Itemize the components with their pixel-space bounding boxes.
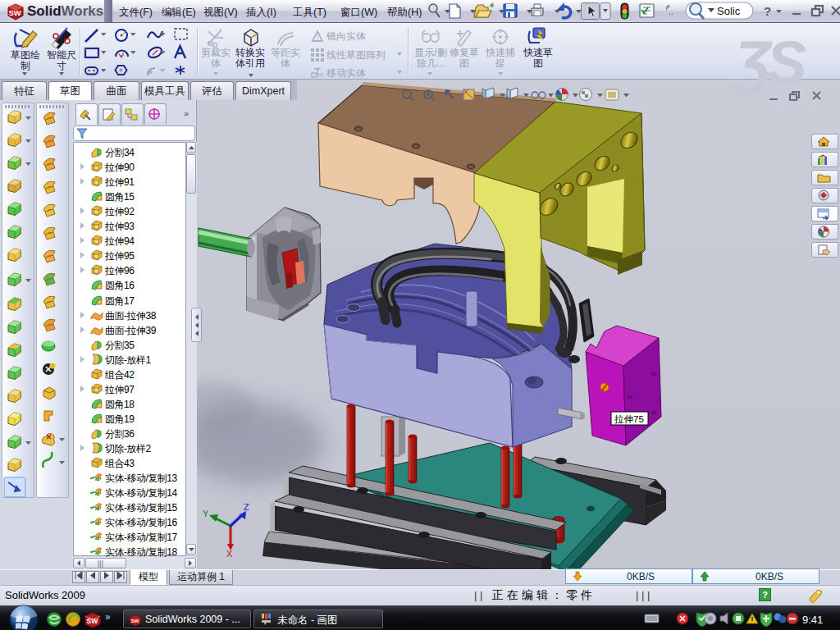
svg-text:拉伸75: 拉伸75 bbox=[614, 414, 644, 424]
svg-text:?: ? bbox=[764, 4, 771, 18]
svg-text:..: .. bbox=[669, 7, 673, 16]
svg-text:SW: SW bbox=[130, 619, 139, 623]
svg-text:Solic: Solic bbox=[717, 5, 741, 17]
svg-text:Y: Y bbox=[203, 509, 209, 518]
svg-text:X: X bbox=[226, 549, 233, 559]
svg-text:SW: SW bbox=[9, 8, 21, 17]
svg-text:SW: SW bbox=[87, 617, 99, 625]
svg-text:Z: Z bbox=[244, 502, 249, 512]
svg-text:»: » bbox=[105, 611, 111, 623]
